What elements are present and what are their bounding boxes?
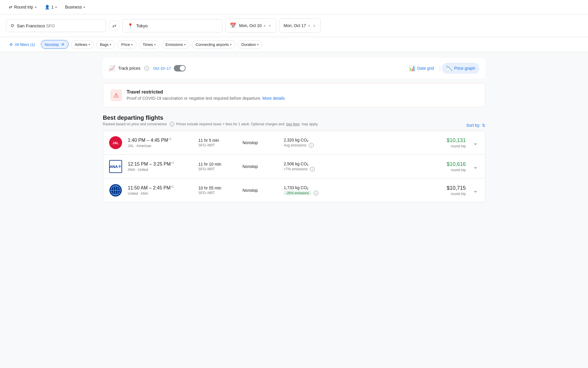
flight-expand-button-1[interactable]: ⌄ bbox=[472, 138, 479, 147]
duration-filter-label: Duration bbox=[241, 42, 256, 47]
flight-route-1: SFO–NRT bbox=[199, 143, 237, 147]
flight-times-3: 11:50 AM – 2:45 PM+1 United · ANA bbox=[128, 185, 193, 195]
track-prices-left: 📈 Track prices i Oct 10–17 bbox=[109, 65, 186, 71]
round-trip-button[interactable]: ⇄ Round trip ▾ bbox=[6, 3, 39, 11]
destination-pin-icon: 📍 bbox=[127, 23, 133, 29]
airline-logo-united bbox=[109, 184, 122, 197]
flight-emissions-1: 2,320 kg CO₂ Avg emissions i bbox=[284, 138, 425, 148]
track-prices-row: 📈 Track prices i Oct 10–17 📊 Date grid |… bbox=[103, 58, 485, 79]
flight-expand-button-3[interactable]: ⌄ bbox=[472, 186, 479, 195]
round-trip-icon: ⇄ bbox=[9, 5, 12, 9]
destination-field[interactable]: 📍 Tokyo bbox=[122, 19, 222, 32]
nonstop-close-icon[interactable]: ✕ bbox=[61, 42, 65, 47]
round-trip-label: Round trip bbox=[14, 5, 33, 9]
departure-date-picker[interactable]: 📅 Mon, Oct 10 ‹ › bbox=[225, 19, 276, 33]
price-filter-label: Price bbox=[121, 42, 130, 47]
all-filters-button[interactable]: ⚙ All filters (1) bbox=[6, 41, 39, 49]
emissions-info-icon-1[interactable]: i bbox=[309, 143, 314, 148]
price-label-2: round trip bbox=[431, 168, 466, 172]
origin-field[interactable]: San Francisco SFO bbox=[6, 19, 106, 32]
nonstop-filter-button[interactable]: Nonstop ✕ bbox=[41, 40, 69, 49]
airlines-filter-button[interactable]: Airlines ▾ bbox=[71, 40, 94, 49]
views-divider: | bbox=[439, 65, 441, 71]
cabin-button[interactable]: Business ▾ bbox=[62, 3, 88, 11]
flight-time-range-3: 11:50 AM – 2:45 PM+1 bbox=[128, 185, 193, 191]
flight-stops-text-2: Nonstop bbox=[243, 164, 278, 169]
passengers-icon: 👤 bbox=[45, 5, 50, 9]
airlines-filter-label: Airlines bbox=[75, 42, 87, 47]
flight-emissions-3: 1,733 kg CO₂ -25% emissions i bbox=[284, 185, 425, 195]
flights-info-icon[interactable]: i bbox=[170, 122, 174, 126]
airlines-chevron-icon: ▾ bbox=[89, 43, 90, 46]
top-bar: ⇄ Round trip ▾ 👤 1 ▾ Business ▾ bbox=[0, 0, 588, 14]
date-grid-button[interactable]: 📊 Date grid bbox=[405, 63, 438, 74]
filter-sliders-icon: ⚙ bbox=[9, 42, 13, 47]
duration-filter-button[interactable]: Duration ▾ bbox=[238, 40, 262, 49]
travel-alert-box: ⚠ Travel restricted Proof of COVID-19 va… bbox=[103, 83, 485, 107]
emissions-info-icon-2[interactable]: i bbox=[310, 167, 315, 171]
return-date-next-button[interactable]: › bbox=[312, 22, 316, 29]
svg-text:JAL: JAL bbox=[112, 141, 119, 145]
bags-filter-button[interactable]: Bags ▾ bbox=[96, 40, 115, 49]
times-filter-button[interactable]: Times ▾ bbox=[139, 40, 159, 49]
connecting-chevron-icon: ▾ bbox=[230, 43, 231, 46]
alert-icon: ⚠ bbox=[110, 89, 122, 101]
flight-duration-2: 11 hr 10 min SFO–NRT bbox=[199, 162, 237, 171]
emissions-filter-button[interactable]: Emissions ▾ bbox=[162, 40, 189, 49]
emissions-sub-3: -25% emissions i bbox=[284, 191, 425, 195]
emissions-text-1: 2,320 kg CO₂ bbox=[284, 138, 425, 142]
flight-stops-text-1: Nonstop bbox=[243, 140, 278, 145]
emissions-filter-label: Emissions bbox=[166, 42, 183, 47]
bags-chevron-icon: ▾ bbox=[110, 43, 111, 46]
flight-times-2: 12:15 PM – 3:25 PM+1 ANA · United bbox=[128, 161, 193, 171]
return-date-picker[interactable]: Mon, Oct 17 ‹ › bbox=[279, 19, 321, 33]
emissions-sub-2: +7% emissions i bbox=[284, 167, 425, 171]
price-filter-button[interactable]: Price ▾ bbox=[117, 40, 136, 49]
flight-duration-1: 11 hr 5 min SFO–NRT bbox=[199, 138, 237, 147]
flight-times-1: 1:40 PM – 4:45 PM+1 JAL · American bbox=[128, 137, 193, 148]
alert-more-details-link[interactable]: More details bbox=[262, 96, 285, 101]
passengers-button[interactable]: 👤 1 ▾ bbox=[42, 3, 60, 11]
sort-by-button[interactable]: Sort by: ⇅ bbox=[466, 123, 485, 128]
destination-text: Tokyo bbox=[136, 23, 148, 28]
emissions-info-icon-3[interactable]: i bbox=[314, 191, 318, 195]
departure-date-next-button[interactable]: › bbox=[268, 22, 272, 29]
price-graph-button[interactable]: 📉 Price graph bbox=[442, 63, 479, 74]
sort-icon: ⇅ bbox=[482, 123, 485, 128]
flight-stops-1: Nonstop bbox=[243, 140, 278, 145]
track-prices-dates: Oct 10–17 bbox=[153, 66, 171, 71]
price-label-3: round trip bbox=[431, 192, 466, 196]
track-prices-label: Track prices bbox=[118, 66, 141, 71]
track-prices-toggle[interactable] bbox=[174, 65, 186, 71]
track-prices-right: 📊 Date grid | 📉 Price graph bbox=[405, 63, 479, 74]
flight-time-range-1: 1:40 PM – 4:45 PM+1 bbox=[128, 137, 193, 143]
flight-emissions-2: 2,506 kg CO₂ +7% emissions i bbox=[284, 161, 425, 171]
emissions-text-2: 2,506 kg CO₂ bbox=[284, 161, 425, 166]
price-amount-1: $10,131 bbox=[431, 137, 466, 144]
connecting-airports-filter-button[interactable]: Connecting airports ▾ bbox=[192, 40, 235, 49]
swap-button[interactable]: ⇄ bbox=[109, 20, 119, 31]
return-date-prev-button[interactable]: ‹ bbox=[307, 22, 311, 29]
date-grid-label: Date grid bbox=[417, 66, 434, 71]
jal-logo-svg: JAL bbox=[110, 137, 121, 148]
departure-date-prev-button[interactable]: ‹ bbox=[263, 22, 266, 29]
all-filters-label: All filters (1) bbox=[15, 42, 35, 47]
price-label-1: round trip bbox=[431, 144, 466, 148]
price-chevron-icon: ▾ bbox=[131, 43, 133, 46]
flight-dur-text-3: 10 hr 55 min bbox=[199, 186, 237, 190]
flight-row[interactable]: JAL 1:40 PM – 4:45 PM+1 JAL · American 1… bbox=[103, 131, 485, 155]
flight-row[interactable]: 11:50 AM – 2:45 PM+1 United · ANA 10 hr … bbox=[103, 179, 485, 202]
flights-list: JAL 1:40 PM – 4:45 PM+1 JAL · American 1… bbox=[103, 131, 485, 202]
alert-content: Travel restricted Proof of COVID-19 vacc… bbox=[127, 89, 285, 101]
flight-price-2: $10,616 round trip bbox=[431, 161, 466, 172]
flight-row[interactable]: ANA✈ 12:15 PM – 3:25 PM+1 ANA · United 1… bbox=[103, 155, 485, 179]
bag-fees-link[interactable]: bag fees bbox=[286, 122, 300, 126]
times-chevron-icon: ▾ bbox=[154, 43, 156, 46]
alert-description: Proof of COVID-19 vaccination or negativ… bbox=[127, 96, 285, 101]
emissions-chevron-icon: ▾ bbox=[184, 43, 186, 46]
passengers-label: 1 bbox=[51, 5, 54, 9]
track-prices-info-icon[interactable]: i bbox=[144, 66, 149, 71]
flight-price-1: $10,131 round trip bbox=[431, 137, 466, 148]
passengers-chevron-icon: ▾ bbox=[55, 6, 57, 9]
flight-expand-button-2[interactable]: ⌄ bbox=[472, 162, 479, 171]
